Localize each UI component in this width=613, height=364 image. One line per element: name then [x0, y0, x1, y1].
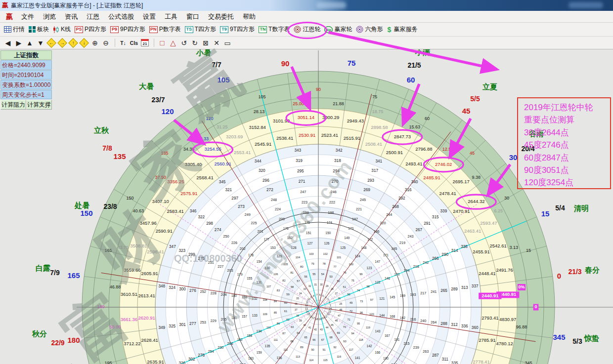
svg-text:239: 239 — [413, 345, 419, 350]
svg-text:125: 125 — [340, 246, 346, 249]
triangle-tool-icon[interactable]: △ — [168, 38, 178, 48]
svg-text:76: 76 — [343, 271, 346, 274]
titlebar-blur — [569, 2, 603, 8]
calc-support-button[interactable]: 计算支撑 — [26, 100, 52, 110]
toolbar-button-service[interactable]: $赢家服务 — [387, 25, 417, 34]
svg-text:47: 47 — [338, 314, 341, 317]
svg-text:90: 90 — [281, 59, 290, 68]
rotate-cw-icon[interactable]: ↻ — [190, 38, 200, 48]
svg-text:124: 124 — [355, 254, 360, 258]
svg-text:172: 172 — [367, 238, 373, 241]
svg-text:4: 4 — [325, 296, 327, 299]
gann-wheel-svg[interactable]: 01530456075901051201351501651801953450%3… — [0, 49, 613, 364]
pan-up-icon[interactable]: ↑ — [68, 38, 78, 48]
svg-text:2620.91: 2620.91 — [138, 315, 155, 321]
svg-text:98: 98 — [366, 285, 369, 288]
svg-text:2448.41: 2448.41 — [479, 271, 495, 276]
next-arrow-icon[interactable]: ▶ — [14, 38, 24, 48]
svg-text:150: 150 — [80, 209, 92, 217]
svg-text:96.88: 96.88 — [516, 324, 527, 329]
axis-tool-icon[interactable]: T↓ — [118, 38, 128, 48]
prev-arrow-icon[interactable]: ◀ — [3, 38, 13, 48]
toolbar-button-t-square[interactable]: TST四方形 — [185, 25, 216, 34]
menu-logo-icon: 赢 — [2, 12, 17, 21]
svg-text:292: 292 — [398, 196, 405, 201]
delete-box-tool-icon[interactable]: ⊠ — [201, 38, 211, 48]
svg-text:349: 349 — [158, 325, 165, 330]
menu-item-4[interactable]: 公式选股 — [104, 11, 138, 23]
calendar-tool-icon[interactable]: 21 — [140, 38, 150, 48]
square-tool-icon[interactable]: □ — [157, 38, 167, 48]
svg-text:199: 199 — [303, 210, 309, 215]
rotate-ccw-icon[interactable]: ↺ — [179, 38, 189, 48]
svg-text:2613.41: 2613.41 — [138, 293, 155, 298]
svg-text:3: 3 — [327, 298, 329, 301]
menu-item-8[interactable]: 交易委托 — [204, 11, 238, 23]
menu-item-0[interactable]: 文件 — [17, 11, 39, 23]
menu-item-1[interactable]: 浏览 — [39, 11, 60, 23]
svg-text:340: 340 — [411, 180, 418, 184]
svg-text:294: 294 — [333, 169, 340, 173]
toolbar-button-p-table[interactable]: PNP数字表 — [149, 25, 181, 34]
down-arrow-icon[interactable]: ▼ — [36, 38, 45, 48]
svg-text:3356.25: 3356.25 — [167, 179, 184, 184]
svg-text:195: 195 — [391, 246, 397, 251]
menu-item-3[interactable]: 江恩 — [82, 11, 104, 23]
svg-text:265: 265 — [440, 288, 447, 293]
svg-text:9: 9 — [310, 296, 312, 299]
toolbar-button-9t-square[interactable]: T99T四方形 — [220, 25, 255, 34]
svg-text:31: 31 — [314, 283, 317, 286]
menu-item-7[interactable]: 窗口 — [182, 11, 204, 23]
svg-text:180: 180 — [67, 336, 80, 344]
svg-text:134: 134 — [257, 329, 262, 333]
toolbar-button-market[interactable]: 行情 — [4, 25, 25, 34]
info-row-1: 时间=20190104 — [0, 70, 52, 80]
toolbar-button-kline[interactable]: K线 — [53, 25, 71, 34]
toolbar-button-sectors[interactable]: 板块 — [29, 25, 49, 34]
svg-text:289: 289 — [451, 287, 458, 291]
svg-text:8: 8 — [313, 294, 314, 297]
toolbar-button-label: P数字表 — [159, 25, 181, 34]
toolbar-button-9p-square[interactable]: P99P四方形 — [110, 25, 145, 34]
svg-text:89: 89 — [300, 346, 303, 349]
menu-item-2[interactable]: 资讯 — [60, 11, 82, 23]
pan-right-icon[interactable]: → — [57, 38, 67, 48]
zoom-out-icon[interactable]: ⊖ — [101, 38, 111, 48]
svg-text:88: 88 — [291, 340, 294, 343]
pan-down-icon[interactable]: ↓ — [79, 38, 89, 48]
toolbar-button-gann-wheel[interactable]: 江恩轮 — [294, 25, 320, 34]
pan-left-icon[interactable]: ← — [46, 38, 56, 48]
toolbar-divider — [154, 39, 154, 47]
menu-item-5[interactable]: 设置 — [138, 11, 160, 23]
svg-text:3407.10: 3407.10 — [152, 199, 169, 204]
svg-text:324: 324 — [169, 285, 175, 290]
svg-text:28: 28 — [331, 287, 334, 290]
symbol-title: 上证指数 — [0, 50, 52, 60]
annotation-line-4: 60度2847点 — [524, 152, 610, 164]
svg-text:2785.91: 2785.91 — [479, 337, 495, 343]
screen-tool-icon[interactable]: ▭ — [222, 38, 232, 48]
calc-resistance-button[interactable]: 计算阻力 — [0, 100, 26, 110]
gann-wheel[interactable]: 01530456075901051201351501651801953450%3… — [0, 49, 613, 364]
toolbar-button-hexagon[interactable]: 六角形 — [356, 25, 383, 34]
menu-item-9[interactable]: 帮助 — [238, 11, 260, 23]
svg-text:白露: 白露 — [36, 264, 50, 272]
svg-text:3712.22: 3712.22 — [124, 341, 140, 346]
svg-text:2644.32: 2644.32 — [468, 199, 484, 204]
svg-text:2635.91: 2635.91 — [147, 359, 164, 364]
svg-text:立夏: 立夏 — [482, 82, 497, 91]
svg-text:2605.91: 2605.91 — [141, 271, 158, 276]
svg-text:2515.91: 2515.91 — [344, 135, 360, 141]
svg-text:313: 313 — [461, 285, 468, 290]
menu-item-6[interactable]: 工具 — [160, 11, 182, 23]
svg-text:85: 85 — [274, 311, 277, 314]
cls-tool-icon[interactable]: Cls — [129, 38, 139, 48]
svg-text:171: 171 — [383, 253, 389, 257]
svg-text:3152.84: 3152.84 — [249, 124, 265, 130]
toolbar-button-p-square[interactable]: PSP四方形 — [75, 25, 106, 34]
toolbar-button-t-table[interactable]: TNT数字表 — [259, 25, 290, 34]
close-tool-icon[interactable]: ✕ — [212, 38, 221, 48]
zoom-in-icon[interactable]: ⊕ — [90, 38, 100, 48]
up-arrow-icon[interactable]: ▲ — [25, 38, 35, 48]
toolbar-button-winner-wheel[interactable]: Big赢家轮 — [324, 25, 352, 34]
